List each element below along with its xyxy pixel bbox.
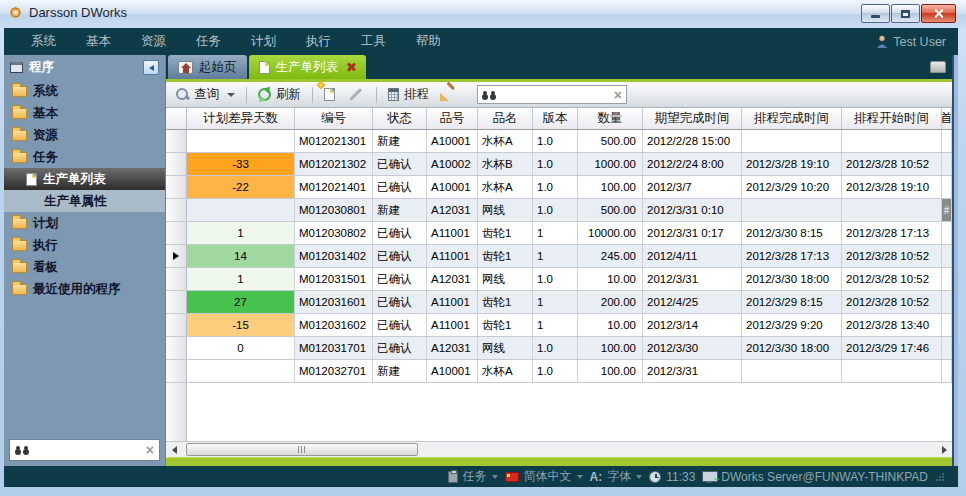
cell-sched_end[interactable] — [742, 199, 842, 221]
cell-name[interactable]: 水杯A — [478, 360, 533, 382]
cell-status[interactable]: 新建 — [373, 360, 427, 382]
cell-sched_start[interactable]: 2012/3/29 17:46 — [842, 337, 942, 359]
cell-sched_end[interactable]: 2012/3/29 9:20 — [742, 314, 842, 336]
cell-qty[interactable]: 10000.00 — [578, 222, 643, 244]
cell-name[interactable]: 网线 — [478, 199, 533, 221]
row-indicator[interactable] — [166, 337, 187, 359]
cell-diff[interactable]: -15 — [187, 314, 295, 336]
cell-partial[interactable] — [942, 314, 952, 336]
cell-sched_end[interactable]: 2012/3/28 19:10 — [742, 153, 842, 175]
menu-item-5[interactable]: 计划 — [236, 28, 291, 55]
cell-ver[interactable]: 1 — [533, 291, 578, 313]
cell-sched_start[interactable] — [842, 360, 942, 382]
row-indicator[interactable] — [166, 176, 187, 198]
sidebar-item-5[interactable]: 生产单列表 — [4, 168, 165, 190]
cell-sched_start[interactable] — [842, 199, 942, 221]
cell-diff[interactable] — [187, 130, 295, 152]
cell-name[interactable]: 齿轮1 — [478, 222, 533, 244]
cell-no[interactable]: M012021302 — [295, 153, 373, 175]
cell-name[interactable]: 网线 — [478, 337, 533, 359]
menu-item-1[interactable]: 系统 — [16, 28, 71, 55]
cell-sched_end[interactable]: 2012/3/30 8:15 — [742, 222, 842, 244]
scroll-left-button[interactable] — [166, 442, 182, 457]
row-indicator[interactable] — [166, 291, 187, 313]
cell-sched_start[interactable]: 2012/3/28 10:52 — [842, 245, 942, 267]
maximize-button[interactable] — [891, 4, 920, 23]
cell-sched_start[interactable]: 2012/3/28 19:10 — [842, 176, 942, 198]
cell-sched_end[interactable]: 2012/3/29 8:15 — [742, 291, 842, 313]
tab-close-icon[interactable] — [346, 62, 356, 72]
menu-item-6[interactable]: 执行 — [291, 28, 346, 55]
cell-ver[interactable]: 1.0 — [533, 153, 578, 175]
tab-production-order-list[interactable]: 生产单列表 — [249, 55, 367, 79]
cell-status[interactable]: 已确认 — [373, 153, 427, 175]
cell-part[interactable]: A12031 — [427, 337, 478, 359]
row-indicator[interactable] — [166, 199, 187, 221]
close-button[interactable] — [921, 4, 956, 23]
cell-diff[interactable]: 14 — [187, 245, 295, 267]
sidebar-search-clear-icon[interactable]: × — [146, 443, 154, 457]
cell-name[interactable]: 齿轮1 — [478, 314, 533, 336]
cell-diff[interactable]: -22 — [187, 176, 295, 198]
column-header-expect[interactable]: 期望完成时间 — [643, 108, 742, 129]
cell-no[interactable]: M012021401 — [295, 176, 373, 198]
menu-item-3[interactable]: 资源 — [126, 28, 181, 55]
sidebar-item-7[interactable]: 计划 — [4, 212, 165, 234]
cell-partial[interactable] — [942, 176, 952, 198]
cell-ver[interactable]: 1 — [533, 245, 578, 267]
row-indicator[interactable] — [166, 314, 187, 336]
cell-no[interactable]: M012030802 — [295, 222, 373, 244]
cell-qty[interactable]: 245.00 — [578, 245, 643, 267]
cell-part[interactable]: A12031 — [427, 268, 478, 290]
table-row[interactable]: -33M012021302已确认A10002水杯B1.01000.002012/… — [166, 153, 952, 176]
scrollbar-thumb[interactable] — [186, 443, 418, 456]
column-header-diff[interactable]: 计划差异天数 — [187, 108, 295, 129]
sidebar-item-3[interactable]: 资源 — [4, 124, 165, 146]
sidebar-item-8[interactable]: 执行 — [4, 234, 165, 256]
cell-no[interactable]: M012031402 — [295, 245, 373, 267]
cell-ver[interactable]: 1.0 — [533, 199, 578, 221]
cell-qty[interactable]: 500.00 — [578, 199, 643, 221]
cell-expect[interactable]: 2012/3/7 — [643, 176, 742, 198]
cell-partial[interactable] — [942, 268, 952, 290]
row-indicator[interactable] — [166, 268, 187, 290]
cell-no[interactable]: M012031501 — [295, 268, 373, 290]
sidebar-item-4[interactable]: 任务 — [4, 146, 165, 168]
language-menu[interactable]: 简体中文 — [505, 468, 583, 485]
cell-name[interactable]: 水杯B — [478, 153, 533, 175]
cell-ver[interactable]: 1.0 — [533, 130, 578, 152]
cell-no[interactable]: M012031601 — [295, 291, 373, 313]
cell-qty[interactable]: 10.00 — [578, 268, 643, 290]
sidebar-item-6[interactable]: 生产单属性 — [4, 190, 165, 212]
cell-partial[interactable] — [942, 245, 952, 267]
new-button[interactable] — [321, 86, 338, 103]
cell-sched_end[interactable]: 2012/3/29 10:20 — [742, 176, 842, 198]
cell-expect[interactable]: 2012/3/31 0:17 — [643, 222, 742, 244]
cell-qty[interactable]: 100.00 — [578, 176, 643, 198]
cell-no[interactable]: M012032701 — [295, 360, 373, 382]
cell-diff[interactable]: 0 — [187, 337, 295, 359]
table-row[interactable]: 1M012030802已确认A11001齿轮1110000.002012/3/3… — [166, 222, 952, 245]
cell-status[interactable]: 已确认 — [373, 291, 427, 313]
cell-diff[interactable]: 27 — [187, 291, 295, 313]
cell-sched_start[interactable]: 2012/3/28 10:52 — [842, 153, 942, 175]
cell-qty[interactable]: 1000.00 — [578, 153, 643, 175]
cell-no[interactable]: M012030801 — [295, 199, 373, 221]
cell-name[interactable]: 水杯A — [478, 176, 533, 198]
cell-qty[interactable]: 200.00 — [578, 291, 643, 313]
cell-qty[interactable]: 100.00 — [578, 360, 643, 382]
toolbar-search-input[interactable] — [501, 88, 609, 102]
table-row[interactable]: M012021301新建A10001水杯A1.0500.002012/2/28 … — [166, 130, 952, 153]
cell-status[interactable]: 已确认 — [373, 245, 427, 267]
cell-ver[interactable]: 1.0 — [533, 337, 578, 359]
toolbar-search-clear-icon[interactable]: × — [614, 88, 622, 102]
cell-diff[interactable]: 1 — [187, 268, 295, 290]
minimize-button[interactable] — [861, 4, 890, 23]
cell-ver[interactable]: 1 — [533, 222, 578, 244]
cell-sched_start[interactable]: 2012/3/28 13:40 — [842, 314, 942, 336]
cell-diff[interactable] — [187, 360, 295, 382]
cell-sched_end[interactable] — [742, 130, 842, 152]
column-header-sched_start[interactable]: 排程开始时间 — [842, 108, 942, 129]
cell-part[interactable]: A11001 — [427, 245, 478, 267]
cell-qty[interactable]: 10.00 — [578, 314, 643, 336]
